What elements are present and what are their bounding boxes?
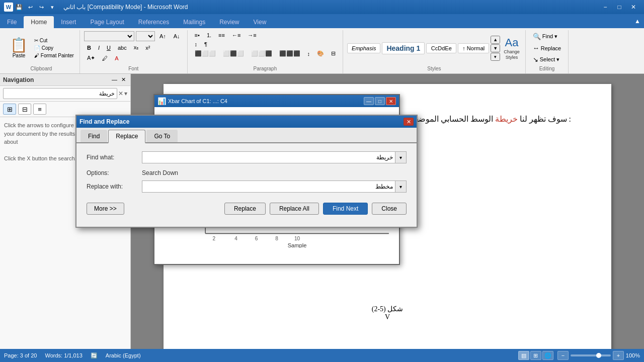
tab-file[interactable]: File [0,16,24,28]
replace-all-button[interactable]: Replace All [270,203,319,215]
font-size-select[interactable] [136,31,155,41]
find-what-input[interactable] [142,152,395,163]
zoom-out-button[interactable]: − [557,351,569,360]
figure-label-area: شكل (5-2) V [204,305,571,321]
copy-button[interactable]: 📄 Copy [33,45,75,51]
bold-button[interactable]: B [84,44,94,52]
superscript-button[interactable]: x² [142,44,153,52]
highlight-button[interactable]: 🖊 [99,54,111,62]
spell-check-icon[interactable]: 🔄 [91,352,98,359]
bullets-button[interactable]: ≡• [192,31,203,39]
paste-button[interactable]: 📋 Paste [7,37,31,60]
styles-scroll-up[interactable]: ▲ [491,36,500,44]
language-label[interactable]: Arabic (Egypt) [106,352,141,358]
increase-indent-button[interactable]: →≡ [245,31,259,39]
nav-view-pages-button[interactable]: ⊟ [18,104,31,115]
sort-button[interactable]: ↕ [192,40,201,48]
navigation-search-input[interactable] [3,88,117,99]
font-color-button[interactable]: A [112,54,121,62]
shrink-font-button[interactable]: A↓ [171,32,183,40]
zoom-slider[interactable] [571,354,611,356]
editing-buttons: 🔍 Find ▾ ↔ Replace ↘ Select ▾ [530,31,564,65]
text-effects-button[interactable]: A✦ [84,54,98,62]
underline-button[interactable]: U [104,44,114,52]
change-styles-button[interactable]: Aa ChangeStyles [502,35,521,62]
more-button[interactable]: More >> [87,203,124,215]
cut-button[interactable]: ✂ Cut [33,37,75,44]
italic-button[interactable]: I [95,44,103,52]
dialog-tab-goto[interactable]: Go To [146,130,178,142]
para-mid: ↕ ¶ [192,40,210,48]
dialog-close-x-button[interactable]: ✕ [404,118,414,126]
tab-home[interactable]: Home [24,16,54,28]
styles-scroll-more[interactable]: ▾ [491,53,500,61]
grow-font-button[interactable]: A↑ [156,32,169,40]
line-spacing-button[interactable]: ↕ [304,49,313,58]
format-painter-button[interactable]: 🖌 Format Painter [33,52,75,59]
figure-label: شكل (5-2) [204,305,571,313]
show-formatting-button[interactable]: ¶ [201,40,210,48]
tab-view[interactable]: View [247,16,274,28]
chart-maximize[interactable]: □ [375,97,385,105]
find-what-dropdown[interactable]: ▾ [395,152,406,163]
multilevel-list-button[interactable]: ≡≡ [215,31,228,39]
maximize-button[interactable]: □ [613,2,626,12]
tab-page-layout[interactable]: Page Layout [83,16,131,28]
borders-button[interactable]: ⊟ [328,49,339,58]
align-left-button[interactable]: ⬛⬜⬜ [192,49,219,58]
change-styles-icon: Aa [505,36,519,49]
qat-redo[interactable]: ↪ [36,2,46,12]
tab-review[interactable]: Review [212,16,246,28]
nav-view-results-button[interactable]: ≡ [33,104,46,115]
replace-with-dropdown[interactable]: ▾ [395,181,406,192]
styles-scroll-down[interactable]: ▼ [491,44,500,52]
zoom-percentage[interactable]: 100% [626,352,640,358]
paste-label: Paste [13,53,26,58]
qat-more[interactable]: ▾ [47,2,57,12]
web-layout-button[interactable]: 🌐 [542,351,553,360]
dialog-tab-replace[interactable]: Replace [108,130,145,143]
qat-undo[interactable]: ↩ [25,2,35,12]
replace-button[interactable]: ↔ Replace [530,43,564,53]
minimize-button[interactable]: − [599,2,612,12]
style-ccdde[interactable]: CcDdEe [426,43,456,53]
zoom-in-button[interactable]: + [613,351,624,360]
nav-minimize-button[interactable]: — [110,76,119,83]
chart-titlebar: 📊 Xbar Chart of C1: ...: C4 — □ ✕ [154,95,399,107]
nav-search-dropdown[interactable]: ▾ [124,90,127,97]
print-layout-button[interactable]: ▤ [518,351,529,360]
style-emphasis[interactable]: Emphasis [347,43,380,53]
replace-button[interactable]: Replace [224,203,266,215]
qat-save[interactable]: 💾 [14,2,24,12]
tab-references[interactable]: References [131,16,176,28]
style-normal[interactable]: ↑ Normal [458,43,489,53]
chart-close[interactable]: ✕ [386,97,396,105]
replace-with-label: Replace with: [87,183,142,190]
chart-minimize[interactable]: — [364,97,374,105]
justify-button[interactable]: ⬛⬛⬛ [276,49,303,58]
ribbon-collapse[interactable]: ▲ [631,16,644,26]
find-button[interactable]: 🔍 Find ▾ [530,31,564,42]
align-center-button[interactable]: ⬜⬛⬜ [220,49,247,58]
find-what-input-wrap: ▾ [142,151,407,163]
nav-close-button[interactable]: ✕ [120,76,127,83]
close-button[interactable]: Close [372,203,407,215]
select-button[interactable]: ↘ Select ▾ [530,54,564,65]
tab-mailings[interactable]: Mailings [176,16,212,28]
replace-with-input[interactable] [142,181,395,192]
close-button[interactable]: ✕ [627,2,640,12]
full-screen-button[interactable]: ⊞ [530,351,541,360]
tab-insert[interactable]: Insert [54,16,83,28]
strikethrough-button[interactable]: abc [115,44,130,52]
font-name-select[interactable] [84,31,134,41]
align-right-button[interactable]: ⬜⬜⬛ [248,49,275,58]
style-heading1[interactable]: Heading 1 [382,42,425,54]
shading-button[interactable]: 🎨 [314,49,327,58]
find-next-button[interactable]: Find Next [323,203,368,215]
numbering-button[interactable]: 1. [204,31,214,39]
nav-view-headings-button[interactable]: ⊞ [3,104,16,115]
dialog-tab-find[interactable]: Find [80,130,107,142]
subscript-button[interactable]: x₂ [131,43,142,52]
nav-search-clear-button[interactable]: ✕ [118,90,123,97]
decrease-indent-button[interactable]: ←≡ [229,31,244,39]
